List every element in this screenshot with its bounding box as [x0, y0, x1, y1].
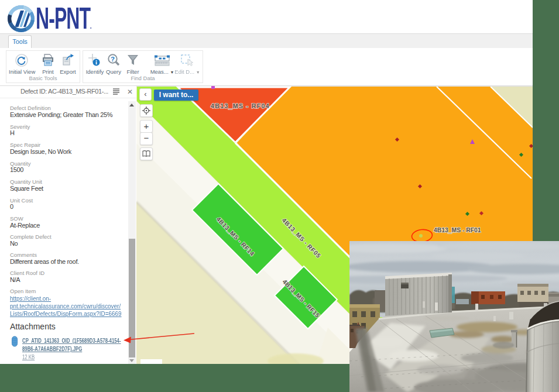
svg-text:4B13_MS - RF04: 4B13_MS - RF04 [211, 102, 269, 109]
svg-text:4B13_MS - RF01: 4B13_MS - RF01 [434, 226, 481, 233]
svg-text:?: ? [111, 56, 115, 63]
